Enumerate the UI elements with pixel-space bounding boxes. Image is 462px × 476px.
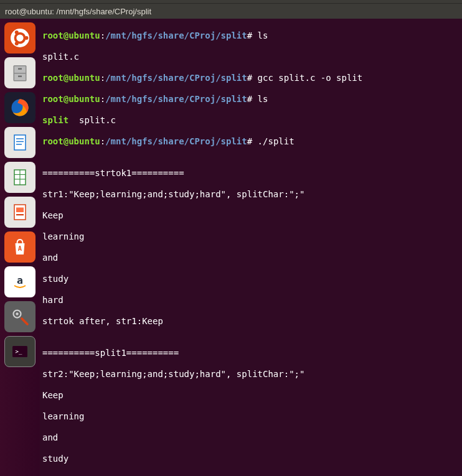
prompt-user: root@ubuntu: [42, 94, 100, 104]
prompt-path: /mnt/hgfs/share/CProj/split: [105, 136, 247, 146]
launcher-impress[interactable]: [4, 197, 35, 228]
launcher-firefox[interactable]: [4, 92, 35, 123]
svg-point-4: [15, 42, 19, 45]
document-icon: [9, 131, 31, 154]
window-title: root@ubuntu: /mnt/hgfs/share/CProj/split: [5, 7, 151, 16]
prompt-sep: :: [100, 73, 105, 83]
prompt-path: /mnt/hgfs/share/CProj/split: [105, 73, 247, 83]
output-line: str1:"Keep;learning;and;study;hard", spl…: [42, 189, 460, 200]
output-line: ==========strtok1==========: [42, 168, 460, 179]
terminal-area[interactable]: root@ubuntu:/mnt/hgfs/share/CProj/split#…: [40, 19, 462, 476]
window-title-bar[interactable]: root@ubuntu: /mnt/hgfs/share/CProj/split: [0, 4, 462, 19]
launcher-software[interactable]: A: [4, 231, 35, 263]
prompt-path: /mnt/hgfs/share/CProj/split: [105, 94, 247, 104]
file-cabinet-icon: [9, 62, 31, 84]
launcher-calc[interactable]: [4, 162, 35, 193]
output-line: study: [42, 454, 460, 464]
shopping-bag-icon: A: [9, 236, 31, 258]
prompt-path: /mnt/hgfs/share/CProj/split: [105, 30, 247, 40]
launcher-terminal[interactable]: >_: [4, 336, 35, 367]
launcher: A a >_: [0, 19, 40, 476]
output-line: split.c: [42, 52, 460, 62]
spreadsheet-icon: [9, 166, 31, 189]
svg-rect-11: [14, 135, 26, 150]
cmd-ls: ls: [252, 30, 268, 40]
svg-point-3: [15, 30, 19, 34]
launcher-writer[interactable]: [4, 127, 35, 158]
svg-text:a: a: [17, 274, 23, 286]
prompt-sep: :: [100, 136, 105, 146]
svg-text:A: A: [18, 245, 22, 252]
prompt-hash: #: [247, 136, 252, 146]
cmd-run: ./split: [252, 136, 294, 146]
gear-wrench-icon: [9, 306, 31, 328]
output-line: Keep: [42, 390, 460, 401]
output-line: hard: [42, 295, 460, 306]
prompt-hash: #: [247, 73, 252, 83]
ubuntu-logo-icon: [9, 27, 31, 49]
svg-rect-21: [16, 214, 24, 215]
output-line: study: [42, 274, 460, 284]
launcher-dash[interactable]: [4, 22, 35, 54]
prompt-sep: :: [100, 94, 105, 104]
output-line: strtok after, str1:Keep: [42, 316, 460, 327]
output-line: learning: [42, 411, 460, 422]
prompt-hash: #: [247, 94, 252, 104]
presentation-icon: [9, 201, 31, 223]
prompt-hash: #: [247, 30, 252, 40]
main-area: A a >_ root@ubuntu:/mnt/hgfs/share/CProj…: [0, 19, 462, 476]
launcher-settings[interactable]: [4, 301, 35, 332]
cmd-gcc: gcc split.c -o split: [252, 73, 362, 83]
prompt-user: root@ubuntu: [42, 73, 100, 83]
firefox-icon: [9, 96, 31, 119]
svg-rect-8: [18, 68, 22, 70]
svg-point-2: [25, 36, 29, 40]
cmd-ls2: ls: [252, 94, 268, 104]
amazon-icon: a: [9, 271, 31, 293]
svg-point-25: [16, 312, 19, 315]
output-line: Keep: [42, 210, 460, 221]
svg-text:>_: >_: [16, 348, 22, 355]
exe-name: split: [42, 115, 68, 125]
launcher-files[interactable]: [4, 57, 35, 88]
output-line: str2:"Keep;learning;and;study;hard", spl…: [42, 369, 460, 380]
output-line: ==========split1==========: [42, 348, 460, 358]
prompt-sep: :: [100, 30, 105, 40]
prompt-user: root@ubuntu: [42, 136, 100, 146]
output-line: learning: [42, 231, 460, 242]
svg-rect-20: [16, 208, 24, 213]
output-line: and: [42, 253, 460, 263]
prompt-user: root@ubuntu: [42, 30, 100, 40]
output-line: and: [42, 432, 460, 443]
svg-rect-9: [18, 76, 22, 77]
file-name: split.c: [68, 115, 116, 125]
terminal-icon: >_: [9, 340, 31, 363]
launcher-amazon[interactable]: a: [4, 266, 35, 297]
